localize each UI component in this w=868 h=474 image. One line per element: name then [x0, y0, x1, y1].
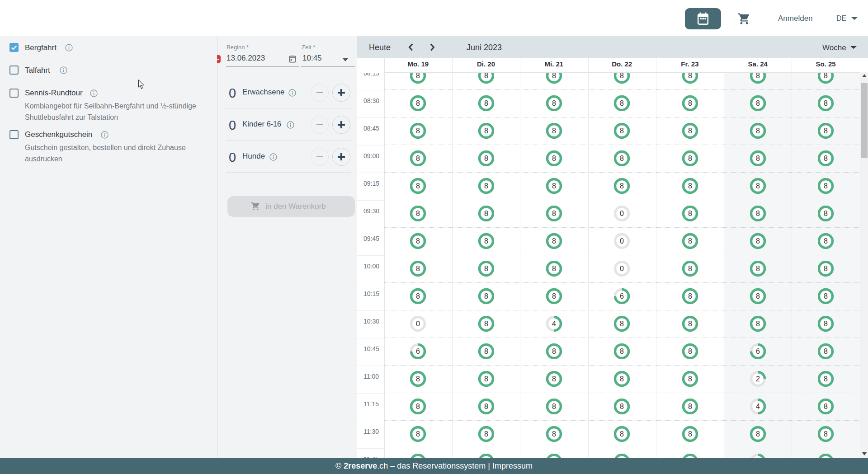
svg-text:8: 8: [688, 210, 692, 217]
svg-text:4: 4: [756, 403, 760, 410]
svg-text:8: 8: [756, 99, 760, 107]
svg-text:6: 6: [416, 347, 420, 355]
svg-text:8: 8: [756, 127, 760, 135]
svg-text:8: 8: [620, 155, 624, 162]
svg-text:8: 8: [824, 430, 828, 438]
svg-text:2: 2: [756, 375, 760, 383]
svg-text:8: 8: [484, 347, 488, 355]
svg-text:0: 0: [416, 320, 420, 328]
svg-text:8: 8: [688, 320, 692, 328]
svg-text:8: 8: [688, 265, 692, 272]
svg-text:0: 0: [620, 237, 624, 245]
svg-text:8: 8: [416, 403, 420, 410]
svg-text:8: 8: [756, 155, 760, 162]
svg-text:8: 8: [416, 292, 420, 300]
svg-text:8: 8: [416, 127, 420, 135]
svg-text:8: 8: [756, 210, 760, 217]
svg-text:8: 8: [484, 73, 488, 80]
svg-text:8: 8: [484, 292, 488, 300]
svg-text:8: 8: [824, 73, 828, 80]
svg-text:8: 8: [620, 73, 624, 80]
svg-text:8: 8: [688, 237, 692, 245]
svg-text:8: 8: [620, 320, 624, 328]
svg-text:8: 8: [620, 430, 624, 438]
svg-text:8: 8: [824, 265, 828, 272]
svg-text:8: 8: [416, 210, 420, 217]
svg-text:8: 8: [756, 73, 760, 80]
svg-text:8: 8: [552, 127, 556, 135]
svg-text:8: 8: [484, 127, 488, 135]
svg-text:8: 8: [552, 237, 556, 245]
svg-text:8: 8: [620, 99, 624, 107]
svg-text:8: 8: [620, 375, 624, 383]
svg-text:8: 8: [552, 292, 556, 300]
svg-text:8: 8: [484, 237, 488, 245]
svg-text:8: 8: [552, 375, 556, 383]
svg-text:8: 8: [484, 182, 488, 190]
svg-text:8: 8: [416, 155, 420, 162]
svg-text:8: 8: [688, 127, 692, 135]
svg-text:4: 4: [552, 320, 556, 328]
svg-text:8: 8: [620, 403, 624, 410]
svg-text:8: 8: [416, 265, 420, 272]
svg-text:8: 8: [824, 155, 828, 162]
svg-text:8: 8: [416, 182, 420, 190]
svg-text:8: 8: [484, 375, 488, 383]
svg-text:8: 8: [824, 375, 828, 383]
svg-text:8: 8: [484, 155, 488, 162]
svg-text:8: 8: [688, 155, 692, 162]
svg-text:8: 8: [552, 347, 556, 355]
svg-text:8: 8: [484, 430, 488, 438]
svg-text:8: 8: [824, 403, 828, 410]
svg-text:8: 8: [416, 73, 420, 80]
svg-text:8: 8: [552, 155, 556, 162]
svg-text:6: 6: [756, 347, 760, 355]
svg-text:8: 8: [688, 292, 692, 300]
svg-text:8: 8: [484, 320, 488, 328]
svg-text:8: 8: [756, 237, 760, 245]
svg-text:8: 8: [688, 182, 692, 190]
svg-text:8: 8: [416, 375, 420, 383]
svg-text:8: 8: [824, 182, 828, 190]
svg-text:8: 8: [824, 127, 828, 135]
svg-text:8: 8: [688, 347, 692, 355]
svg-text:8: 8: [688, 375, 692, 383]
svg-text:8: 8: [620, 347, 624, 355]
svg-text:8: 8: [688, 99, 692, 107]
svg-text:8: 8: [552, 210, 556, 217]
svg-text:8: 8: [416, 237, 420, 245]
svg-text:8: 8: [484, 265, 488, 272]
svg-text:8: 8: [552, 73, 556, 80]
svg-text:8: 8: [824, 99, 828, 107]
svg-text:8: 8: [756, 320, 760, 328]
svg-text:8: 8: [620, 182, 624, 190]
svg-text:8: 8: [824, 237, 828, 245]
svg-text:8: 8: [756, 182, 760, 190]
svg-text:8: 8: [552, 403, 556, 410]
svg-text:8: 8: [688, 403, 692, 410]
svg-text:8: 8: [552, 99, 556, 107]
svg-text:6: 6: [620, 292, 624, 300]
svg-text:8: 8: [756, 292, 760, 300]
svg-text:8: 8: [824, 320, 828, 328]
svg-text:8: 8: [620, 127, 624, 135]
svg-text:8: 8: [756, 430, 760, 438]
svg-text:8: 8: [824, 210, 828, 217]
svg-text:8: 8: [688, 430, 692, 438]
svg-text:8: 8: [416, 99, 420, 107]
svg-text:8: 8: [552, 430, 556, 438]
svg-text:0: 0: [620, 265, 624, 272]
svg-text:0: 0: [620, 210, 624, 217]
svg-text:8: 8: [824, 347, 828, 355]
svg-text:8: 8: [552, 182, 556, 190]
svg-text:8: 8: [484, 210, 488, 217]
svg-text:8: 8: [484, 99, 488, 107]
svg-text:8: 8: [552, 265, 556, 272]
svg-text:8: 8: [688, 73, 692, 80]
svg-text:8: 8: [824, 292, 828, 300]
svg-text:8: 8: [756, 265, 760, 272]
svg-text:8: 8: [416, 430, 420, 438]
svg-text:8: 8: [484, 403, 488, 410]
